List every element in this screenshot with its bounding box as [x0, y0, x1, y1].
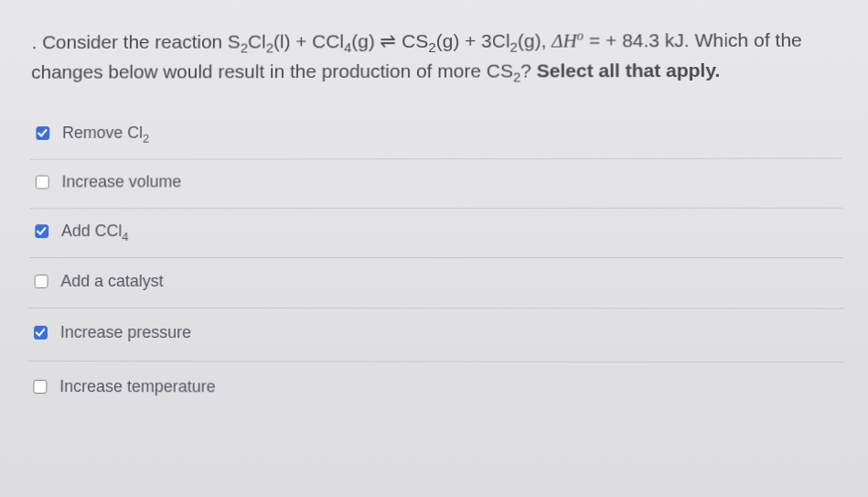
option-label: Add CCl4: [61, 221, 129, 241]
question-text: . Consider the reaction S2Cl2(l) + CCl4(…: [31, 18, 841, 87]
option-label: Add a catalyst: [60, 272, 163, 291]
option-increase-volume[interactable]: Increase volume: [30, 159, 843, 210]
option-add-ccl4[interactable]: Add CCl4: [29, 209, 843, 258]
option-remove-cl2[interactable]: Remove Cl2: [30, 111, 842, 160]
option-label: Increase volume: [61, 173, 181, 192]
option-add-catalyst[interactable]: Add a catalyst: [28, 258, 843, 308]
option-label: Increase pressure: [60, 323, 191, 342]
option-label: Remove Cl2: [62, 124, 149, 143]
checkbox-icon[interactable]: [35, 224, 48, 238]
checkbox-icon[interactable]: [35, 275, 48, 288]
option-increase-temperature[interactable]: Increase temperature: [27, 362, 845, 416]
option-increase-pressure[interactable]: Increase pressure: [28, 308, 844, 362]
checkbox-icon[interactable]: [34, 326, 48, 340]
checkbox-icon[interactable]: [33, 380, 47, 394]
option-label: Increase temperature: [59, 377, 216, 396]
checkbox-icon[interactable]: [36, 126, 49, 140]
checkbox-icon[interactable]: [36, 176, 49, 189]
options-list: Remove Cl2 Increase volume Add CCl4 Add …: [27, 111, 845, 416]
